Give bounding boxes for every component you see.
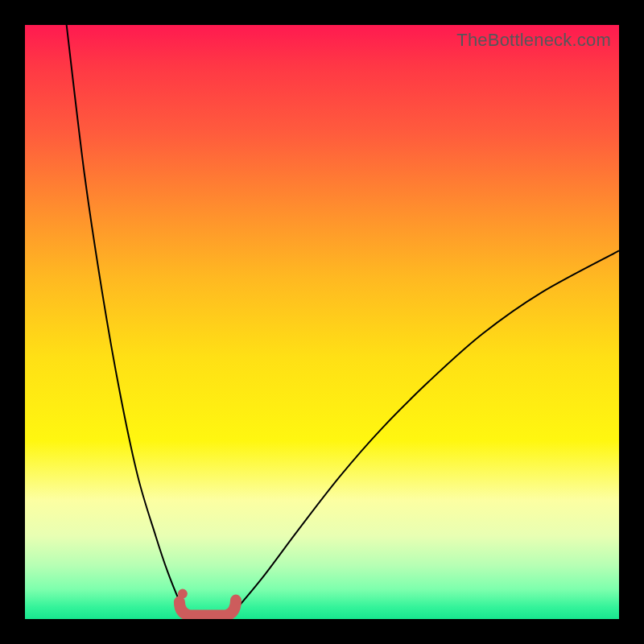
curve-left-branch (67, 25, 186, 613)
curve-right-branch (233, 250, 619, 613)
bottleneck-curve (25, 25, 619, 619)
valley-dot (178, 589, 188, 599)
valley-marker (180, 601, 236, 616)
plot-area: TheBottleneck.com (25, 25, 619, 619)
